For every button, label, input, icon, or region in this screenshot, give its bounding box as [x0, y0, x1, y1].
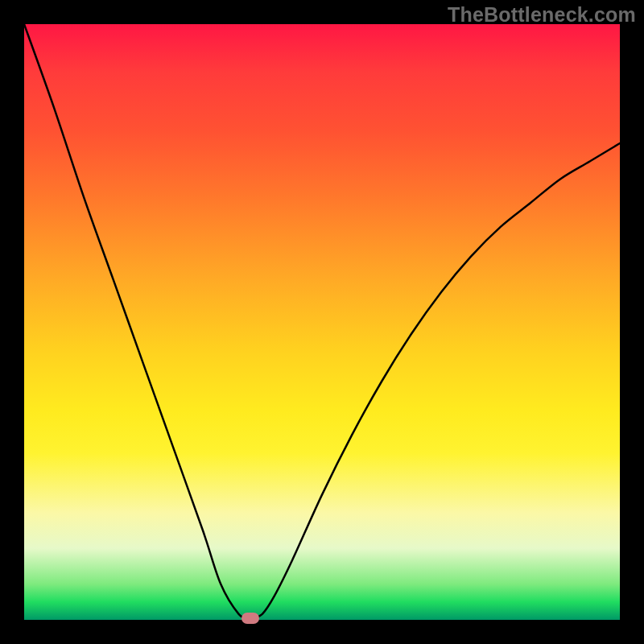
bottleneck-curve — [24, 24, 620, 620]
chart-area — [24, 24, 620, 620]
watermark-text: TheBottleneck.com — [448, 3, 636, 27]
optimal-point-marker — [242, 613, 259, 624]
